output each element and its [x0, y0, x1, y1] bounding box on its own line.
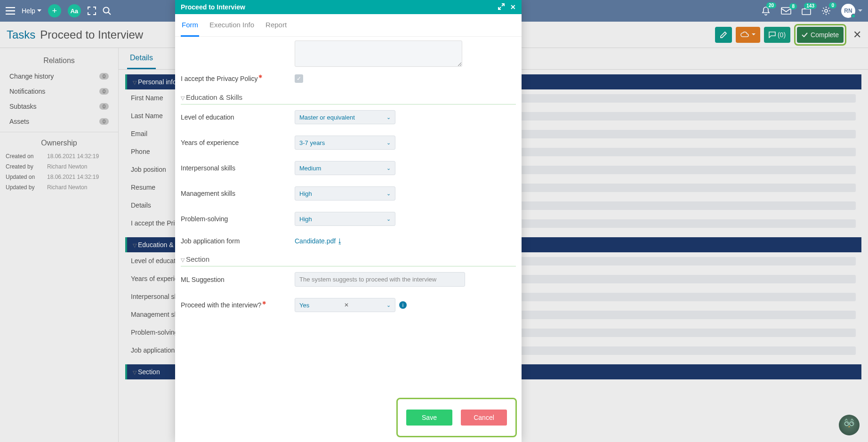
svg-point-3	[825, 9, 828, 12]
modal-expand-icon[interactable]	[498, 3, 505, 11]
select-level[interactable]: Master or equivalent⌄	[295, 110, 395, 124]
svg-point-0	[103, 8, 109, 13]
user-menu[interactable]: RN	[841, 4, 862, 18]
label-ml: ML Suggestion	[181, 276, 295, 283]
help-menu[interactable]: Help	[22, 7, 41, 15]
save-button[interactable]: Save	[406, 410, 452, 426]
svg-point-6	[845, 422, 848, 425]
modal: Proceed to Interview ✕ Form Execution In…	[175, 0, 522, 442]
label-mgmt: Management skills	[181, 190, 295, 197]
clear-proceed-icon[interactable]: ✕	[344, 302, 349, 308]
notifications-count: 20	[766, 2, 776, 8]
modal-tab-report[interactable]: Report	[265, 14, 288, 36]
svg-rect-1	[781, 8, 791, 14]
label-years: Years of experience	[181, 139, 295, 146]
label-inter: Interpersonal skills	[181, 164, 295, 172]
label-level: Level of education	[181, 113, 295, 121]
svg-point-9	[852, 423, 852, 424]
select-proceed[interactable]: Yes✕⌄	[295, 298, 395, 312]
select-inter[interactable]: Medium⌄	[295, 161, 395, 175]
svg-point-7	[851, 422, 853, 425]
add-button[interactable]: +	[48, 4, 61, 17]
cancel-button[interactable]: Cancel	[461, 410, 507, 426]
briefcase-count: 143	[804, 3, 817, 9]
row-privacy: I accept the Privacy Policy ✓	[181, 69, 516, 88]
select-years[interactable]: 3-7 years⌄	[295, 136, 395, 150]
label-proceed: Proceed with the interview?	[181, 301, 295, 309]
svg-rect-2	[802, 9, 811, 15]
menu-icon[interactable]	[6, 7, 15, 15]
modal-tab-exec[interactable]: Execution Info	[209, 14, 255, 36]
select-mgmt[interactable]: High⌄	[295, 186, 395, 201]
topbar-right: 20 8 143 0 RN	[761, 4, 862, 18]
modal-tabs: Form Execution Info Report	[175, 14, 522, 37]
footer-highlight: Save Cancel	[396, 398, 517, 437]
modal-section-section[interactable]: Section	[181, 250, 516, 266]
settings-count: 0	[829, 2, 836, 8]
aa-button[interactable]: Aa	[68, 4, 81, 17]
details-textarea[interactable]	[295, 40, 462, 67]
topbar-left: Help + Aa	[6, 4, 111, 17]
privacy-checkbox[interactable]: ✓	[295, 74, 303, 83]
help-label: Help	[22, 7, 35, 15]
mail-icon[interactable]: 8	[781, 7, 791, 15]
modal-title: Proceed to Interview	[181, 3, 245, 11]
download-icon[interactable]: ⭳	[337, 237, 343, 245]
link-jobapp[interactable]: Candidate.pdf⭳	[295, 237, 343, 245]
briefcase-icon[interactable]: 143	[802, 7, 811, 15]
info-icon[interactable]: i	[399, 301, 407, 309]
assistant-owl-icon[interactable]	[839, 415, 860, 435]
modal-section-edu[interactable]: Education & Skills	[181, 88, 516, 104]
notifications-icon[interactable]: 20	[761, 6, 771, 16]
avatar: RN	[841, 4, 855, 18]
modal-tab-form[interactable]: Form	[181, 14, 199, 37]
modal-header: Proceed to Interview ✕	[175, 0, 522, 14]
label-prob: Problem-solving	[181, 215, 295, 223]
select-prob[interactable]: High⌄	[295, 212, 395, 226]
readonly-ml: The system suggests to proceed with the …	[295, 272, 465, 287]
modal-close-icon[interactable]: ✕	[510, 3, 516, 11]
modal-body: I accept the Privacy Policy ✓ Education …	[175, 37, 522, 442]
privacy-label: I accept the Privacy Policy	[181, 75, 295, 82]
label-jobapp: Job application form	[181, 237, 295, 245]
svg-point-8	[847, 423, 848, 424]
modal-footer: Save Cancel	[396, 398, 517, 437]
search-icon[interactable]	[103, 7, 111, 15]
settings-icon[interactable]: 0	[821, 6, 831, 16]
fullscreen-icon[interactable]	[88, 7, 96, 15]
mail-count: 8	[789, 3, 797, 9]
